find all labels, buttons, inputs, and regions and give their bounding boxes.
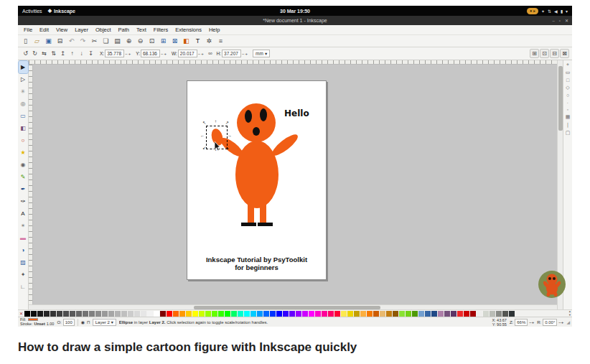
activities-button[interactable]: Activities [22, 9, 42, 14]
save-icon[interactable]: ▣ [43, 36, 54, 47]
video-frame[interactable]: Activities ◆ Inkscape 30 Mar 19:50 ● ▸ ✦… [18, 6, 572, 327]
flip-horizontal-icon[interactable]: ⇆ [39, 49, 49, 58]
hello-text[interactable]: Hello [284, 108, 309, 118]
canvas[interactable]: Hello ↖↑↗←→↙↓↘ [33, 65, 557, 304]
text-dialog-icon[interactable]: T [192, 36, 203, 47]
palette-swatch[interactable] [490, 311, 495, 317]
rotation-stepper[interactable]: −+ [558, 320, 563, 325]
palette-swatch[interactable] [134, 311, 140, 317]
palette-swatch[interactable] [263, 311, 269, 317]
undo-icon[interactable]: ↶ [66, 36, 77, 47]
affect-corners-icon[interactable]: ⊟ [550, 49, 559, 58]
accessibility-icon[interactable]: ✦ [541, 9, 545, 14]
palette-swatch[interactable] [509, 311, 515, 317]
palette-swatch[interactable] [83, 311, 88, 317]
palette-swatch[interactable] [341, 311, 347, 317]
eraser-tool-icon[interactable]: ▬ [19, 232, 28, 244]
rotation-value-field[interactable]: 0.00° [543, 319, 557, 326]
snap-bbox-corner-icon[interactable]: ◇ [566, 85, 569, 90]
palette-swatch[interactable] [95, 311, 101, 317]
menu-item[interactable]: File [20, 27, 36, 33]
palette-swatch[interactable] [192, 311, 198, 317]
battery-icon[interactable]: ▮ [561, 9, 563, 14]
cut-icon[interactable]: ✂ [89, 36, 100, 47]
palette-swatch[interactable] [108, 311, 114, 317]
palette-swatch[interactable] [276, 311, 282, 317]
rectangle-tool-icon[interactable]: ▭ [19, 110, 28, 122]
palette-swatch[interactable] [438, 311, 444, 317]
palette-swatch[interactable] [250, 311, 256, 317]
ungroup-icon[interactable]: ⊠ [169, 36, 180, 47]
flip-vertical-icon[interactable]: ⇅ [49, 49, 58, 58]
width-value-field[interactable]: 20.017 [178, 50, 197, 57]
palette-swatch[interactable] [328, 311, 334, 317]
palette-swatch[interactable] [160, 311, 166, 317]
maximize-button[interactable]: ▫ [559, 19, 561, 23]
palette-swatch[interactable] [179, 311, 185, 317]
selection-scale-handle[interactable]: ↘ [225, 146, 229, 150]
palette-swatch[interactable] [57, 311, 62, 317]
close-palette-icon[interactable]: ✕ [19, 311, 23, 316]
selection-scale-handle[interactable]: ↙ [202, 146, 206, 150]
lower-icon[interactable]: ↓ [77, 49, 86, 58]
palette-swatch[interactable] [373, 311, 379, 317]
menu-item[interactable]: Filters [150, 27, 172, 33]
palette-swatch[interactable] [44, 311, 50, 317]
lower-to-bottom-icon[interactable]: ↧ [86, 49, 95, 58]
menu-item[interactable]: Help [205, 27, 223, 33]
palette-swatch[interactable] [457, 311, 463, 317]
width-stepper[interactable]: −+ [198, 52, 205, 56]
palette-swatch[interactable] [289, 311, 295, 317]
y-value-field[interactable]: 68.136 [141, 50, 160, 57]
palette-swatch[interactable] [354, 311, 360, 317]
cartoon-right-foot[interactable] [258, 223, 273, 226]
palette-swatch[interactable] [76, 311, 82, 317]
copy-icon[interactable]: ❏ [100, 36, 111, 47]
selection-scale-handle[interactable]: ← [200, 134, 205, 138]
palette-swatch[interactable] [451, 311, 456, 317]
palette-swatch[interactable] [406, 311, 411, 317]
node-tool-icon[interactable]: ▷ [19, 73, 28, 85]
palette-swatch[interactable] [212, 311, 217, 317]
zoom-value-field[interactable]: 66% [515, 319, 528, 326]
palette-swatch[interactable] [412, 311, 418, 317]
horizontal-scrollbar-thumb[interactable] [194, 306, 380, 309]
height-stepper[interactable]: −+ [242, 52, 248, 56]
selection-scale-handle[interactable]: → [228, 134, 232, 138]
palette-swatch[interactable] [425, 311, 431, 317]
fill-stroke-indicator[interactable]: Fill: Stroke: Unset 1.00 [20, 318, 54, 327]
palette-swatch[interactable] [231, 311, 237, 317]
palette-swatch[interactable] [322, 311, 327, 317]
palette-swatch[interactable] [50, 311, 56, 317]
zoom-control[interactable]: Z: 66% −+ [510, 319, 534, 326]
palette-swatch[interactable] [167, 311, 172, 317]
snap-bbox-icon[interactable]: ▭ [566, 70, 571, 75]
layer-visibility-eye-icon[interactable]: ◉ [81, 319, 85, 325]
palette-swatch[interactable] [315, 311, 321, 317]
menu-item[interactable]: Object [92, 27, 115, 33]
palette-swatch[interactable] [205, 311, 211, 317]
palette-swatch[interactable] [154, 311, 159, 317]
raise-icon[interactable]: ↑ [67, 49, 77, 58]
tutorial-caption-text[interactable]: Inkscape Tutorial by PsyToolkit for begi… [187, 256, 326, 271]
star-tool-icon[interactable]: ★ [19, 146, 28, 159]
spray-tool-icon[interactable]: ✴ [19, 220, 28, 232]
rotation-control[interactable]: R: 0.00° −+ [537, 319, 563, 326]
horizontal-scrollbar[interactable] [29, 304, 557, 309]
align-dialog-icon[interactable]: ≡ [215, 36, 226, 47]
palette-swatch[interactable] [238, 311, 243, 317]
cartoon-right-leg[interactable] [260, 203, 266, 224]
snap-page-icon[interactable]: ▢ [566, 130, 571, 136]
menu-item[interactable]: Path [115, 27, 133, 33]
palette-swatch[interactable] [380, 311, 385, 317]
menu-item[interactable]: Edit [36, 27, 52, 33]
network-icon[interactable]: ⇅ [548, 9, 551, 14]
pen-tool-icon[interactable]: ✒ [19, 183, 28, 195]
menu-item[interactable]: View [52, 27, 71, 33]
palette-swatch[interactable] [399, 311, 405, 317]
print-icon[interactable]: ⊟ [55, 36, 65, 47]
palette-swatch[interactable] [386, 311, 392, 317]
palette-swatch[interactable] [296, 311, 301, 317]
cartoon-left-foot[interactable] [241, 223, 256, 226]
palette-swatch[interactable] [393, 311, 398, 317]
